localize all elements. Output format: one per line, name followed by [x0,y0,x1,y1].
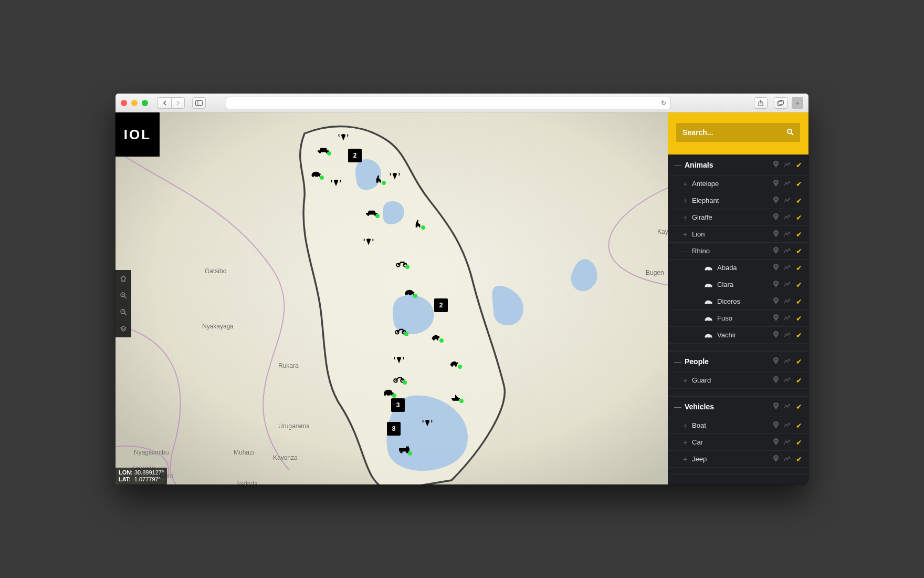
map-marker-antenna[interactable] [362,237,375,246]
visibility-check-icon[interactable]: ✔ [796,438,802,447]
visibility-check-icon[interactable]: ✔ [796,161,802,169]
pin-icon[interactable] [773,357,779,366]
visibility-check-icon[interactable]: ✔ [796,455,802,463]
search-icon[interactable] [786,128,794,137]
pin-icon[interactable] [773,213,779,222]
track-icon[interactable] [784,281,791,288]
expand-toggle[interactable]: + [680,197,690,205]
map-container[interactable]: GatsiboNyakayagaRukaraUrugaramaMuhaziNya… [116,112,668,484]
pin-icon[interactable] [773,314,779,323]
track-icon[interactable] [784,214,791,221]
pin-icon[interactable] [773,180,779,188]
pin-icon[interactable] [773,402,779,411]
track-icon[interactable] [784,377,791,384]
visibility-check-icon[interactable]: ✔ [796,264,802,272]
expand-toggle[interactable]: + [680,438,690,447]
minimize-window[interactable] [131,100,138,106]
pin-icon[interactable] [773,376,779,385]
visibility-check-icon[interactable]: ✔ [796,230,802,239]
back-button[interactable] [158,97,171,109]
pin-icon[interactable] [773,455,779,463]
visibility-check-icon[interactable]: ✔ [796,197,802,205]
visibility-check-icon[interactable]: ✔ [796,331,802,339]
pin-icon[interactable] [773,438,779,447]
map-marker-giraffe[interactable] [372,174,384,183]
map-marker-motorcycle[interactable] [394,325,407,335]
map-marker-jeep[interactable] [317,145,330,154]
track-icon[interactable] [784,422,791,429]
pin-icon[interactable] [773,247,779,255]
expand-toggle[interactable]: + [680,455,690,463]
pin-icon[interactable] [773,264,779,272]
map-layers-button[interactable] [116,321,131,337]
visibility-check-icon[interactable]: ✔ [796,297,802,306]
sidebar-asset-diceros[interactable]: Diceros✔ [668,293,808,310]
map-marker-antenna[interactable] [421,418,434,428]
sidebar-asset-abada[interactable]: Abada✔ [668,260,808,276]
expand-toggle[interactable]: + [680,230,690,239]
sidebar-asset-fuso[interactable]: Fuso✔ [668,310,808,327]
track-icon[interactable] [784,161,791,169]
visibility-check-icon[interactable]: ✔ [796,421,802,430]
map-marker-boat[interactable] [449,392,462,401]
pin-icon[interactable] [773,161,779,169]
map-marker-lion[interactable] [448,358,460,367]
track-icon[interactable] [784,298,791,305]
track-icon[interactable] [784,247,791,255]
sidebar-asset-clara[interactable]: Clara✔ [668,276,808,293]
address-bar[interactable]: ↻ [226,97,671,109]
forward-button[interactable] [171,97,185,109]
pin-icon[interactable] [773,297,779,306]
map-marker-rhino[interactable] [403,287,416,296]
map-zoom-in-button[interactable] [116,287,131,304]
track-icon[interactable] [784,231,791,238]
sidebar-category-people[interactable]: —People✔ [668,351,808,372]
sidebar-item-jeep[interactable]: +Jeep✔ [668,451,808,468]
map-marker-lion[interactable] [429,332,442,341]
pin-icon[interactable] [773,281,779,289]
sidebar-category-vehicles[interactable]: —Vehicles✔ [668,396,808,417]
map-marker-antenna[interactable] [330,178,342,188]
sidebar-item-antelope[interactable]: +Antelope✔ [668,176,808,192]
map-marker-jeep[interactable] [365,207,378,216]
expand-toggle[interactable]: + [680,213,690,222]
sidebar-asset-vachir[interactable]: Vachir✔ [668,327,808,344]
track-icon[interactable] [784,315,791,322]
sidebar-item-lion[interactable]: +Lion✔ [668,226,808,243]
visibility-check-icon[interactable]: ✔ [796,247,802,255]
expand-toggle[interactable]: + [680,421,690,430]
map-marker-jeep2[interactable] [398,445,411,454]
sidebar-toggle[interactable] [192,97,206,109]
sidebar-item-boat[interactable]: +Boat✔ [668,417,808,434]
new-tab-button[interactable]: + [792,97,803,109]
map-marker-motorcycle[interactable] [393,374,405,383]
sidebar-item-rhino[interactable]: —Rhino✔ [668,243,808,260]
visibility-check-icon[interactable]: ✔ [796,213,802,222]
map-marker-antenna[interactable] [393,355,405,365]
pin-icon[interactable] [773,230,779,239]
sidebar-item-elephant[interactable]: +Elephant✔ [668,192,808,209]
track-icon[interactable] [784,456,791,463]
track-icon[interactable] [784,439,791,446]
pin-icon[interactable] [773,197,779,205]
map-marker-motorcycle[interactable] [395,258,408,267]
maximize-window[interactable] [142,100,148,106]
search-input-wrap[interactable] [676,123,800,142]
map-cluster[interactable]: 8 [387,422,401,436]
map-home-button[interactable] [116,270,131,287]
track-icon[interactable] [784,403,791,410]
track-icon[interactable] [784,358,791,365]
sidebar-item-car[interactable]: +Car✔ [668,434,808,451]
track-icon[interactable] [784,332,791,339]
tabs-button[interactable] [774,97,788,109]
share-button[interactable] [754,97,768,109]
sidebar-item-giraffe[interactable]: +Giraffe✔ [668,209,808,226]
visibility-check-icon[interactable]: ✔ [796,376,802,385]
map-marker-antenna[interactable] [337,132,350,142]
close-window[interactable] [121,100,127,106]
map-cluster[interactable]: 3 [391,398,405,412]
pin-icon[interactable] [773,421,779,430]
pin-icon[interactable] [773,331,779,339]
track-icon[interactable] [784,197,791,204]
map-marker-rhino[interactable] [310,169,322,178]
